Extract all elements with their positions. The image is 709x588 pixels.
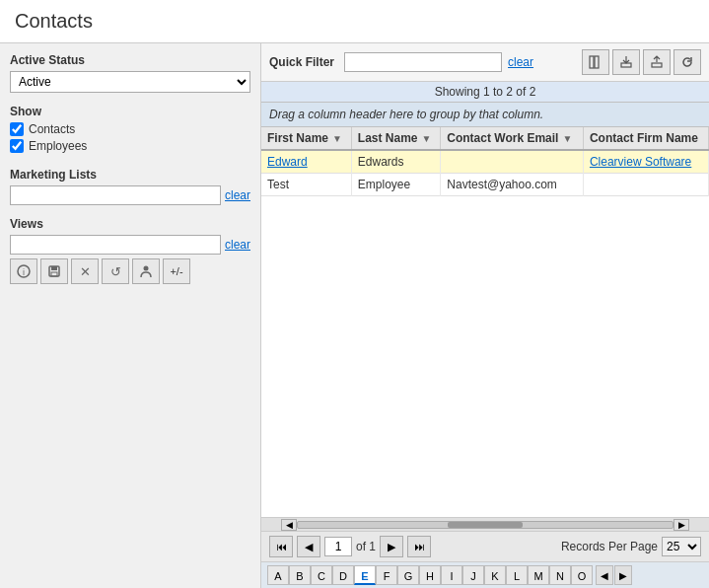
marketing-lists-input[interactable] [10,185,221,205]
svg-rect-7 [595,56,599,68]
table-row[interactable]: TestEmployeeNavtest@yahoo.com [261,174,709,196]
drag-hint: Drag a column header here to group by th… [261,103,709,127]
firm-name-link[interactable]: Clearview Software [590,155,691,169]
table-header-row: First Name ▼ Last Name ▼ [261,127,709,150]
views-delete-button[interactable]: ✕ [71,258,99,284]
quick-filter-label: Quick Filter [269,55,334,69]
alpha-next-button[interactable]: ▶ [614,565,632,585]
alpha-btn-l[interactable]: L [506,565,528,585]
toolbar-upload-button[interactable] [643,49,671,75]
showing-bar: Showing 1 to 2 of 2 [261,82,709,103]
views-label: Views [10,217,250,231]
alpha-buttons: ABCDEFGHIJKLMNO [267,565,593,585]
alpha-btn-g[interactable]: G [397,565,419,585]
views-clear-link[interactable]: clear [225,238,250,252]
last-page-button[interactable]: ⏭ [407,536,431,557]
grid-body: EdwardEdwardsClearview SoftwareTestEmplo… [261,150,709,196]
alpha-btn-b[interactable]: B [289,565,311,585]
contacts-checkbox[interactable] [10,122,24,136]
marketing-lists-section: Marketing Lists clear [10,168,250,205]
first-name-filter-icon[interactable]: ▼ [332,133,342,144]
views-info-button[interactable]: i [10,258,37,284]
active-status-select[interactable]: ActiveInactiveAll [10,71,250,93]
employees-checkbox-label: Employees [29,139,87,153]
first-name-link[interactable]: Edward [267,155,308,169]
showing-text: Showing 1 to 2 of 2 [435,85,536,99]
cell-email: Navtest@yahoo.com [441,174,584,196]
cell-last-name: Edwards [351,150,440,174]
col-contact-firm-name[interactable]: Contact Firm Name [583,127,708,150]
cell-first-name: Edward [261,150,351,174]
views-plusminus-button[interactable]: +/- [163,258,190,284]
cell-last-name: Employee [351,174,440,196]
quick-filter-input[interactable] [344,52,502,72]
views-section: Views clear i ✕ ↺ [10,217,250,284]
data-grid: First Name ▼ Last Name ▼ [261,127,709,196]
table-row[interactable]: EdwardEdwardsClearview Software [261,150,709,174]
cell-first-name: Test [261,174,351,196]
views-person-button[interactable] [132,258,160,284]
horizontal-scrollbar[interactable] [297,521,674,529]
records-per-page-label: Records Per Page [561,540,658,553]
alpha-btn-e[interactable]: E [354,565,376,585]
left-panel: Active Status ActiveInactiveAll Show Con… [0,43,261,588]
toolbar-export-button[interactable] [612,49,640,75]
marketing-clear-link[interactable]: clear [225,188,250,202]
prev-page-button[interactable]: ◀ [297,536,320,557]
pagination-bar: ⏮ ◀ of 1 ▶ ⏭ Records Per Page 10 25 50 1… [261,531,709,561]
records-per-page-select[interactable]: 10 25 50 100 [662,537,701,556]
last-name-filter-icon[interactable]: ▼ [422,133,432,144]
next-page-button[interactable]: ▶ [380,536,403,557]
alpha-btn-h[interactable]: H [419,565,441,585]
toolbar-refresh-button[interactable] [674,49,701,75]
col-last-name[interactable]: Last Name ▼ [351,127,440,150]
svg-rect-9 [652,63,662,67]
page-title: Contacts [15,10,694,33]
toolbar-icons [582,49,701,75]
col-contact-work-email[interactable]: Contact Work Email ▼ [441,127,584,150]
first-page-button[interactable]: ⏮ [269,536,293,557]
views-refresh-button[interactable]: ↺ [102,258,129,284]
active-status-label: Active Status [10,53,250,67]
of-label: of 1 [356,540,376,553]
page-input[interactable] [324,537,352,556]
alpha-bar: ABCDEFGHIJKLMNO ◀ ▶ [261,561,709,588]
views-save-button[interactable] [40,258,68,284]
alpha-prev-button[interactable]: ◀ [596,565,613,585]
employees-checkbox[interactable] [10,139,24,153]
contacts-checkbox-label: Contacts [29,122,75,136]
marketing-lists-label: Marketing Lists [10,168,250,182]
scroll-right-button[interactable]: ▶ [674,519,689,531]
right-panel: Quick Filter clear [261,43,709,588]
active-status-section: Active Status ActiveInactiveAll [10,53,250,93]
svg-rect-3 [51,266,57,270]
col-first-name[interactable]: First Name ▼ [261,127,351,150]
scrollbar-row[interactable]: ◀ ▶ [261,517,709,531]
quick-filter-clear[interactable]: clear [508,55,533,69]
cell-firm-name: Clearview Software [583,150,708,174]
svg-rect-6 [590,56,594,68]
cell-email [441,150,584,174]
svg-text:i: i [23,267,25,277]
alpha-btn-n[interactable]: N [549,565,571,585]
show-section: Show Contacts Employees [10,105,250,156]
svg-point-5 [144,266,149,271]
toolbar-columns-button[interactable] [582,49,609,75]
grid-container[interactable]: First Name ▼ Last Name ▼ [261,127,709,517]
alpha-btn-k[interactable]: K [484,565,506,585]
alpha-btn-f[interactable]: F [376,565,397,585]
alpha-btn-j[interactable]: J [462,565,484,585]
alpha-btn-d[interactable]: D [332,565,354,585]
alpha-btn-m[interactable]: M [528,565,549,585]
quick-filter-bar: Quick Filter clear [261,43,709,82]
alpha-btn-o[interactable]: O [571,565,593,585]
alpha-btn-i[interactable]: I [441,565,462,585]
show-label: Show [10,105,250,118]
scroll-left-button[interactable]: ◀ [281,519,297,531]
views-input[interactable] [10,235,221,255]
alpha-btn-a[interactable]: A [267,565,289,585]
cell-firm-name [583,174,708,196]
alpha-btn-c[interactable]: C [311,565,332,585]
email-filter-icon[interactable]: ▼ [562,133,572,144]
